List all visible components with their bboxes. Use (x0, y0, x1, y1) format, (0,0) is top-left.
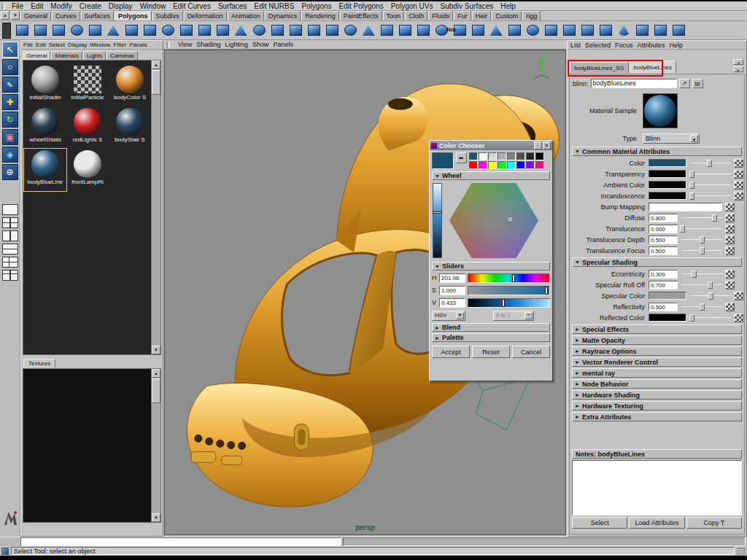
material-sample-swatch[interactable] (643, 93, 678, 128)
scrollbar-thumb[interactable] (152, 378, 160, 403)
value-field[interactable]: 0.500 (649, 246, 678, 255)
value-field[interactable]: 0.300 (649, 270, 678, 279)
attribute-slider[interactable] (690, 159, 731, 168)
attribute-editor-menu-item[interactable]: Focus (615, 42, 633, 49)
collapsed-section-bar[interactable]: Vector Renderer Control (572, 357, 742, 367)
tab-scroll-left-icon[interactable] (733, 59, 743, 65)
viewport-menu-item[interactable]: Show (250, 41, 271, 48)
shelf-tab[interactable]: Fur (454, 11, 471, 20)
layout-single-pane-button[interactable] (2, 204, 18, 215)
viewport-menu-item[interactable]: Shading (194, 41, 222, 48)
color-wheel-marker[interactable] (508, 217, 512, 221)
materials-scrollbar[interactable] (151, 61, 160, 354)
palette-color-cell[interactable] (479, 152, 487, 160)
multilister-tab[interactable]: Lights (83, 51, 106, 60)
shelf-tab[interactable]: Curves (52, 11, 80, 20)
attribute-slider[interactable] (690, 170, 731, 179)
node-name-field[interactable]: bodyBlueLines (591, 79, 677, 88)
layout-two-pane-stacked-button[interactable] (2, 244, 18, 254)
attribute-editor-button[interactable]: Select (572, 517, 627, 529)
shelf-tool-button[interactable] (506, 22, 523, 39)
attribute-slider[interactable] (681, 236, 722, 244)
palette-color-cell[interactable] (479, 161, 487, 169)
layout-two-pane-side-button[interactable] (2, 230, 18, 241)
layout-three-pane-top-button[interactable] (2, 270, 18, 281)
map-texture-icon[interactable] (734, 181, 743, 190)
multilister-tab[interactable]: Materials (51, 51, 82, 60)
shelf-tool-button[interactable] (214, 22, 231, 39)
map-texture-icon[interactable] (734, 192, 743, 201)
shelf-tool-button[interactable] (123, 22, 140, 39)
channel-value-field[interactable]: 1.000 (439, 286, 465, 295)
menu-item[interactable]: Create (76, 2, 105, 10)
map-texture-icon[interactable] (725, 236, 735, 244)
attribute-editor-menu-item[interactable]: Selected (585, 42, 611, 49)
layout-three-pane-left-button[interactable] (2, 257, 18, 268)
shelf-tab[interactable]: PaintEffects (340, 11, 382, 20)
collapsed-section-bar[interactable]: Hardware Shading (572, 390, 742, 400)
show-manipulator-tool-icon[interactable] (2, 164, 18, 180)
shelf-tool-button[interactable] (560, 22, 578, 39)
multilister-menu-item[interactable]: Window (90, 42, 110, 48)
map-texture-icon[interactable] (734, 159, 743, 168)
shelf-tab[interactable]: Hair (472, 11, 492, 20)
scrollbar-thumb[interactable] (152, 70, 160, 95)
layout-four-pane-button[interactable] (2, 217, 18, 228)
slider-handle[interactable] (712, 214, 717, 222)
sliders-section-bar[interactable]: Sliders (432, 262, 550, 271)
shelf-tab[interactable]: Custom (492, 11, 522, 20)
shelf-tool-button[interactable] (360, 22, 377, 39)
material-swatch[interactable]: wheelShield (24, 106, 66, 149)
command-line-input[interactable] (20, 537, 341, 546)
shelf-tool-button[interactable] (68, 22, 85, 39)
shelf-tab[interactable]: Cloth (405, 11, 427, 20)
map-texture-icon[interactable] (734, 292, 743, 300)
material-swatch[interactable]: bodyBlueLine (24, 149, 66, 191)
shelf-tool-button[interactable] (86, 22, 104, 39)
attribute-slider[interactable] (690, 192, 731, 201)
scroll-up-icon[interactable] (152, 61, 160, 69)
attribute-slider[interactable] (681, 281, 722, 289)
multilister-menu-item[interactable]: Panels (129, 42, 147, 48)
value-field[interactable]: 0.700 (649, 281, 678, 289)
paint-select-tool-icon[interactable] (2, 77, 18, 93)
section-common-material-attributes[interactable]: Common Material Attributes (572, 147, 742, 156)
color-swatch[interactable] (649, 314, 686, 322)
tab-scroll-right-icon[interactable] (733, 66, 743, 72)
shelf-tool-button[interactable] (104, 22, 122, 39)
blend-section-bar[interactable]: Blend (432, 323, 550, 332)
shelf-tool-button[interactable] (378, 22, 395, 39)
shelf-tool-button[interactable] (396, 22, 414, 39)
shelf-popup-icon[interactable] (2, 23, 11, 39)
attribute-editor-menu-item[interactable]: Help (670, 42, 684, 49)
shelf-tool-button[interactable] (159, 22, 177, 39)
color-swatch[interactable] (649, 159, 686, 167)
shelf-tool-button[interactable] (305, 22, 322, 39)
color-swatch[interactable] (649, 192, 686, 200)
menu-item[interactable]: Display (105, 2, 136, 10)
multilister-menu-item[interactable]: Display (68, 42, 87, 48)
shelf-tab[interactable]: Fluids (428, 11, 453, 20)
accept-button[interactable]: Accept (432, 346, 470, 358)
palette-section-bar[interactable]: Palette (432, 333, 550, 342)
scroll-up-icon[interactable] (152, 369, 160, 378)
menu-item[interactable]: Edit (27, 2, 47, 10)
material-type-dropdown[interactable]: Blinn (643, 133, 700, 144)
shelf-tool-button[interactable] (232, 22, 249, 39)
attribute-slider[interactable] (690, 314, 731, 322)
shelf-tool-button[interactable] (469, 22, 487, 39)
shelf-tool-button[interactable] (141, 22, 158, 39)
universal-manipulator-tool-icon[interactable] (2, 147, 18, 163)
menubar-grip[interactable] (1, 3, 5, 9)
slider-handle[interactable] (433, 211, 442, 214)
slider-handle[interactable] (708, 292, 713, 300)
palette-color-cell[interactable] (516, 161, 525, 169)
menu-item[interactable]: Window (136, 2, 170, 10)
multilister-tab[interactable]: Cameras (107, 51, 137, 60)
select-tool-icon[interactable] (2, 42, 18, 58)
menu-item[interactable]: File (8, 2, 27, 10)
textures-scrollbar[interactable] (151, 369, 160, 522)
map-texture-icon[interactable] (725, 214, 735, 222)
section-specular-shading[interactable]: Specular Shading (572, 257, 742, 267)
value-field[interactable]: 0.800 (649, 214, 678, 222)
